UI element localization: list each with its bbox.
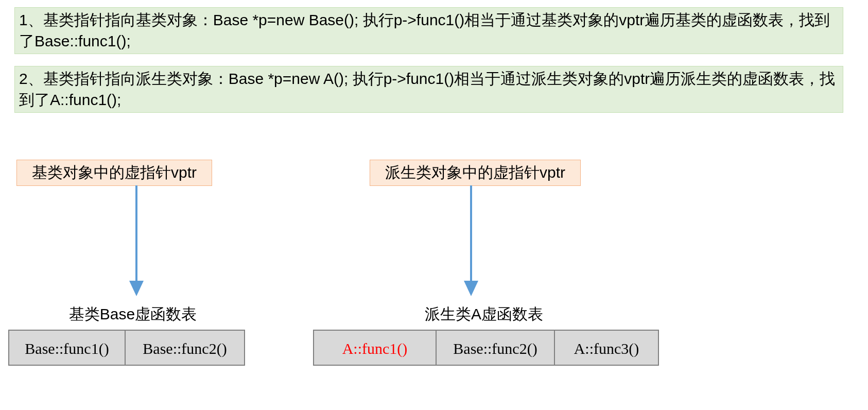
derived-vptr-label: 派生类对象中的虚指针vptr: [370, 160, 581, 186]
arrow-derived-icon: [461, 185, 481, 296]
derived-vtable-cell: A::func3(): [555, 331, 658, 365]
base-vtable: Base::func1() Base::func2(): [8, 330, 245, 366]
base-vtable-cell: Base::func2(): [126, 331, 244, 365]
svg-marker-1: [129, 281, 144, 296]
base-vtable-title: 基类Base虚函数表: [56, 304, 210, 325]
base-vtable-cell: Base::func1(): [9, 331, 126, 365]
derived-vtable-cell: A::func1(): [314, 331, 437, 365]
arrow-base-icon: [126, 185, 147, 296]
svg-marker-3: [464, 281, 478, 296]
derived-vtable-cell: Base::func2(): [437, 331, 555, 365]
derived-vtable: A::func1() Base::func2() A::func3(): [313, 330, 659, 366]
derived-vtable-title: 派生类A虚函数表: [407, 304, 561, 325]
base-vptr-label: 基类对象中的虚指针vptr: [16, 160, 212, 186]
explanation-block-1: 1、基类指针指向基类对象：Base *p=new Base(); 执行p->fu…: [14, 7, 843, 54]
explanation-block-2: 2、基类指针指向派生类对象：Base *p=new A(); 执行p->func…: [14, 66, 843, 113]
